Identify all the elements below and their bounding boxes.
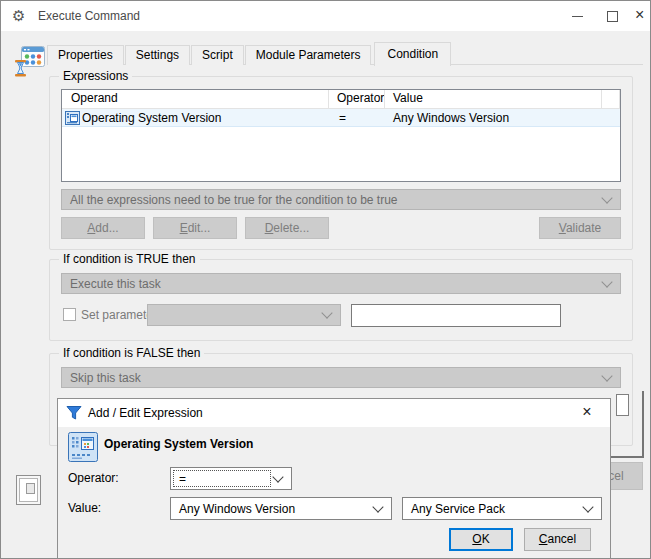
false-action-combobox[interactable]: Skip this task [61,367,621,388]
expression-logic-value: All the expressions need to be true for … [70,190,398,209]
true-action-combobox[interactable]: Execute this task [61,273,621,294]
parameter-name-combobox[interactable] [147,304,341,326]
expressions-group-label: Expressions [59,69,132,83]
add-button[interactable]: Add... [61,217,145,239]
dialog-close-button[interactable]: × [572,399,602,427]
expressions-table-header: Operand Operator Value [62,90,620,109]
gear-icon: ⚙ [12,7,25,24]
module-icon [16,475,41,505]
chevron-down-icon [601,276,612,287]
windows-version-combobox[interactable]: Any Windows Version [170,497,392,520]
tab-condition[interactable]: Condition [374,42,451,66]
task-icon [14,45,46,79]
true-action-value: Execute this task [70,274,161,293]
set-parameter-checkbox[interactable] [63,308,76,321]
minimize-icon [572,16,583,17]
background-fragment-box [616,394,629,416]
column-header-operator[interactable]: Operator [329,90,385,108]
false-action-value: Skip this task [70,368,141,387]
dialog-title: Add / Edit Expression [88,406,203,420]
focus-rectangle [174,471,270,486]
table-row[interactable]: Operating System Version = Any Windows V… [62,109,620,127]
funnel-icon [66,405,82,421]
column-header-blank [602,90,620,108]
window-title: Execute Command [38,9,140,23]
dialog-operand-name: Operating System Version [104,437,253,451]
operator-value: = [179,468,186,489]
background-frame-edge [642,391,644,458]
window-titlebar: ⚙ Execute Command × [1,1,650,31]
condition-true-group-label: If condition is TRUE then [59,252,200,266]
tab-settings[interactable]: Settings [125,45,190,65]
service-pack-combobox[interactable]: Any Service Pack [402,497,602,520]
minimize-button[interactable] [561,1,595,31]
chevron-down-icon [272,471,283,482]
column-header-operand[interactable]: Operand [62,90,329,108]
dialog-titlebar: Add / Edit Expression × [58,399,610,427]
operand-icon [65,111,80,125]
add-edit-expression-dialog: Add / Edit Expression × Operating System… [57,398,611,559]
operand-large-icon [68,432,98,462]
operator-combobox[interactable]: = [170,467,292,490]
operator-label: Operator: [68,471,119,485]
validate-button[interactable]: Validate [539,217,621,239]
close-button[interactable]: × [627,1,651,31]
row-value-text: Any Windows Version [385,111,602,125]
condition-false-group-label: If condition is FALSE then [59,346,204,360]
chevron-down-icon [601,370,612,381]
delete-button[interactable]: Delete... [245,217,329,239]
parameter-value-input[interactable] [351,304,561,327]
windows-version-value: Any Windows Version [179,498,295,519]
cancel-button[interactable]: Cancel [524,528,591,551]
chevron-down-icon [372,501,383,512]
condition-true-group: If condition is TRUE then [49,259,633,341]
ok-button[interactable]: OK [449,528,513,551]
chevron-down-icon [582,501,593,512]
chevron-down-icon [321,307,332,318]
row-operator-text: = [329,111,385,125]
value-label: Value: [68,501,101,515]
tab-module-parameters[interactable]: Module Parameters [245,45,372,65]
chevron-down-icon [601,192,612,203]
tab-script[interactable]: Script [191,45,244,65]
maximize-icon [607,11,618,22]
expressions-table: Operand Operator Value Operating System … [61,89,621,182]
tab-properties[interactable]: Properties [47,45,124,65]
edit-button[interactable]: Edit... [153,217,237,239]
background-frame-bottom [611,456,644,458]
execute-command-window: ⚙ Execute Command × [0,0,651,559]
tab-strip: Properties Settings Script Module Parame… [47,41,452,65]
column-header-value[interactable]: Value [385,90,602,108]
row-operand-text: Operating System Version [82,111,221,125]
expression-logic-combobox[interactable]: All the expressions need to be true for … [61,189,621,210]
service-pack-value: Any Service Pack [411,498,505,519]
maximize-button[interactable] [596,1,630,31]
close-icon: × [635,5,644,25]
